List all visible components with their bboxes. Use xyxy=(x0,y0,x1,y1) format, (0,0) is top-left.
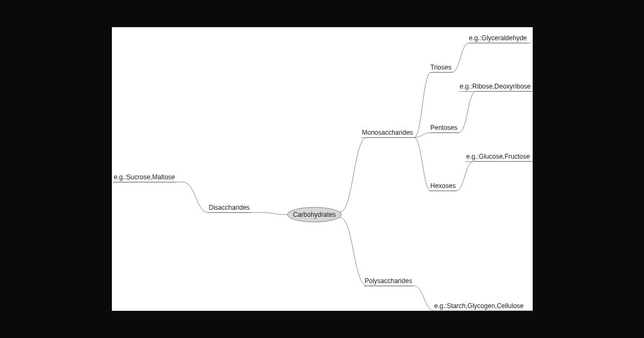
node-label: e.g.:Glyceraldehyde xyxy=(469,34,527,42)
node-label: Trioses xyxy=(431,64,452,71)
node-label: Polysaccharides xyxy=(365,277,412,285)
node-label: e.g.:Ribose,Deoxyribose xyxy=(460,83,531,90)
node-polysaccharides[interactable]: Polysaccharides xyxy=(364,277,413,286)
node-label: Monosaccharides xyxy=(362,129,413,136)
node-label: Disaccharides xyxy=(209,204,250,211)
node-disaccharides-example[interactable]: e.g.:Sucrose,Maltose xyxy=(113,173,176,183)
connector-lines xyxy=(112,27,533,311)
node-trioses-example[interactable]: e.g.:Glyceraldehyde xyxy=(468,34,528,43)
node-monosaccharides[interactable]: Monosaccharides xyxy=(361,129,414,138)
root-label: Carbohydrates xyxy=(293,211,336,218)
node-hexoses[interactable]: Hexoses xyxy=(430,182,457,191)
node-polysaccharides-example[interactable]: e.g.:Starch,Glycogen,Cellulose xyxy=(433,302,525,311)
node-pentoses[interactable]: Pentoses xyxy=(430,124,459,133)
node-label: Hexoses xyxy=(431,182,456,190)
root-node-carbohydrates[interactable]: Carbohydrates xyxy=(287,207,342,222)
node-disaccharides[interactable]: Disaccharides xyxy=(208,204,251,213)
node-label: Pentoses xyxy=(431,124,458,132)
node-label: e.g.:Glucose,Fructose xyxy=(466,153,530,160)
node-trioses[interactable]: Trioses xyxy=(430,64,453,73)
node-label: e.g.:Sucrose,Maltose xyxy=(114,173,175,181)
node-label: e.g.:Starch,Glycogen,Cellulose xyxy=(434,302,524,310)
node-pentoses-example[interactable]: e.g.:Ribose,Deoxyribose xyxy=(459,83,532,92)
mindmap-canvas: Carbohydrates Disaccharides e.g.:Sucrose… xyxy=(112,27,533,311)
node-hexoses-example[interactable]: e.g.:Glucose,Fructose xyxy=(465,153,531,162)
